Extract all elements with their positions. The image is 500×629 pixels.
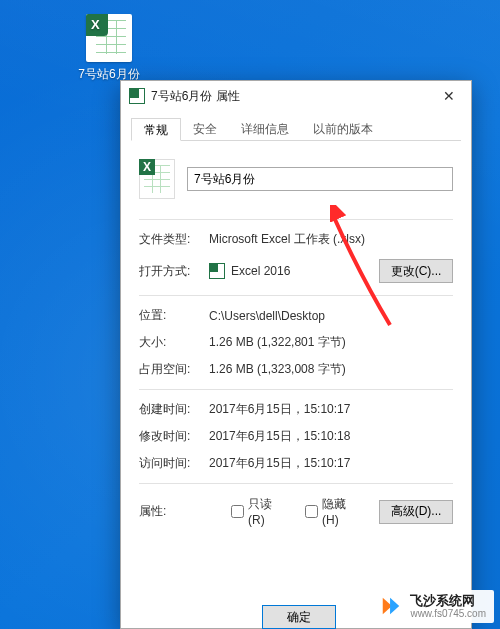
label-accessed: 访问时间: [139,455,209,472]
watermark-name: 飞沙系统网 [410,594,486,608]
value-modified: 2017年6月15日，15:10:18 [209,428,453,445]
value-file-type: Microsoft Excel 工作表 (.xlsx) [209,231,453,248]
label-modified: 修改时间: [139,428,209,445]
tab-general[interactable]: 常规 [131,118,181,141]
watermark-logo-icon [380,595,402,617]
tab-previous-versions[interactable]: 以前的版本 [301,118,385,141]
separator [139,219,453,220]
file-type-icon: X [139,159,175,199]
value-accessed: 2017年6月15日，15:10:17 [209,455,453,472]
ok-button[interactable]: 确定 [262,605,336,629]
advanced-button[interactable]: 高级(D)... [379,500,453,524]
close-button[interactable]: ✕ [427,81,471,111]
excel-icon [129,88,145,104]
label-open-with: 打开方式: [139,263,209,280]
excel-app-icon [209,263,225,279]
label-size: 大小: [139,334,209,351]
separator [139,295,453,296]
tab-strip: 常规 安全 详细信息 以前的版本 [131,117,461,141]
tab-security[interactable]: 安全 [181,118,229,141]
watermark: 飞沙系统网 www.fs0745.com [372,590,494,623]
value-size: 1.26 MB (1,322,801 字节) [209,334,453,351]
value-location: C:\Users\dell\Desktop [209,309,453,323]
desktop: X 7号站6月份 7号站6月份 属性 ✕ 常规 安全 详细信息 以前的版本 X [0,0,500,629]
hidden-label: 隐藏(H) [322,496,357,527]
label-size-on-disk: 占用空间: [139,361,209,378]
tab-details[interactable]: 详细信息 [229,118,301,141]
value-size-on-disk: 1.26 MB (1,323,008 字节) [209,361,453,378]
hidden-checkbox[interactable]: 隐藏(H) [305,496,357,527]
readonly-label: 只读(R) [248,496,283,527]
label-created: 创建时间: [139,401,209,418]
readonly-check-input[interactable] [231,505,244,518]
label-file-type: 文件类型: [139,231,209,248]
value-created: 2017年6月15日，15:10:17 [209,401,453,418]
value-open-with: Excel 2016 [231,264,290,278]
watermark-url: www.fs0745.com [410,608,486,619]
hidden-check-input[interactable] [305,505,318,518]
properties-dialog: 7号站6月份 属性 ✕ 常规 安全 详细信息 以前的版本 X 文件类型: [120,80,472,629]
desktop-file-icon[interactable]: X 7号站6月份 [76,14,142,83]
change-button[interactable]: 更改(C)... [379,259,453,283]
filename-input[interactable] [187,167,453,191]
excel-file-icon: X [86,14,132,62]
separator [139,483,453,484]
readonly-checkbox[interactable]: 只读(R) [231,496,283,527]
label-location: 位置: [139,307,209,324]
titlebar[interactable]: 7号站6月份 属性 ✕ [121,81,471,111]
separator [139,389,453,390]
dialog-title: 7号站6月份 属性 [151,88,240,105]
label-attributes: 属性: [139,503,209,520]
